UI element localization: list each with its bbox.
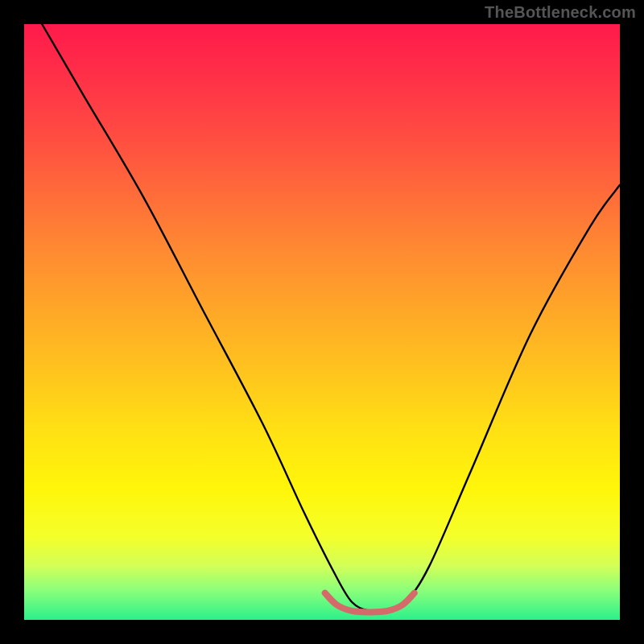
chart-frame: TheBottleneck.com (0, 0, 644, 644)
accent-segment (325, 593, 415, 613)
bottleneck-curve (42, 24, 620, 612)
plot-area (24, 24, 620, 620)
watermark-text: TheBottleneck.com (485, 3, 636, 22)
curve-layer (24, 24, 620, 620)
